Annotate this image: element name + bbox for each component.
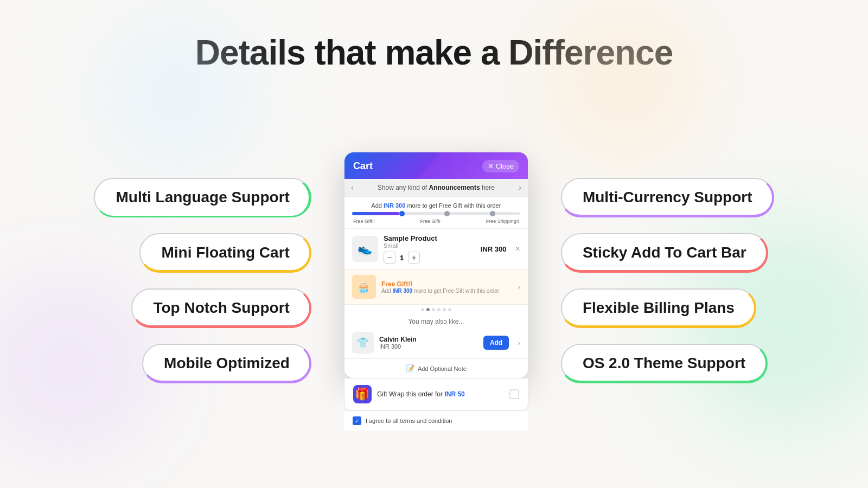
feature-pill-top-notch[interactable]: Top Notch Support <box>131 288 311 328</box>
cart-close-button[interactable]: ✕ Close <box>482 160 519 172</box>
dot-3 <box>432 308 435 311</box>
cart-item-details: Sample Product Small − 1 + <box>384 234 475 264</box>
feature-pill-mini-cart[interactable]: Mini Floating Cart <box>139 233 311 272</box>
cart-progress-section: Add INR 300 more to get Free Gift with t… <box>344 197 528 229</box>
dot-5 <box>443 308 446 311</box>
dot-1 <box>421 308 424 311</box>
cart-mockup-wrapper: Cart ✕ Close ‹ Show any kind of Announce… <box>344 152 528 431</box>
rec-product-details: Calvin Klein INR 300 <box>379 336 478 350</box>
announcements-next-arrow[interactable]: › <box>519 183 521 192</box>
progress-bar-fill <box>352 212 399 215</box>
progress-bar-container <box>352 212 520 215</box>
rec-add-button[interactable]: Add <box>483 336 509 350</box>
cart-item: 👟 Sample Product Small − 1 + INR 300 × <box>344 229 528 269</box>
left-features-group: Multi Language Support Mini Floating Car… <box>94 178 311 383</box>
cart-title: Cart <box>353 160 373 172</box>
cart-item-price: INR 300 <box>481 245 507 253</box>
progress-text: Add INR 300 more to get Free Gift with t… <box>352 202 520 209</box>
quantity-value: 1 <box>400 254 404 262</box>
rec-arrow[interactable]: › <box>518 338 520 347</box>
free-gift-image: 🧁 <box>352 275 376 299</box>
announcements-text: Show any kind of Announcements here <box>378 184 495 191</box>
rec-product-price: INR 300 <box>379 343 478 350</box>
cart-item-image: 👟 <box>352 236 378 262</box>
free-gift-title: Free Gift!! <box>381 280 512 288</box>
feature-pill-os-theme[interactable]: OS 2.0 Theme Support <box>561 344 767 383</box>
cart-item-variant: Small <box>384 242 475 249</box>
dots-separator <box>344 305 528 314</box>
note-icon: 📝 <box>406 364 414 373</box>
feature-pill-sticky-cart[interactable]: Sticky Add To Cart Bar <box>561 233 768 272</box>
progress-dot-3 <box>490 211 495 216</box>
dot-2 <box>426 308 430 311</box>
announcements-bar: ‹ Show any kind of Announcements here › <box>344 179 528 197</box>
quantity-controls: − 1 + <box>384 252 475 264</box>
rec-product-image: 👕 <box>352 332 374 354</box>
page-container: Details that make a Difference Multi Lan… <box>0 0 868 488</box>
dot-4 <box>437 308 441 311</box>
cart-item-name: Sample Product <box>384 234 475 242</box>
progress-dot-1 <box>399 211 405 216</box>
rec-product-name: Calvin Klein <box>379 336 478 343</box>
free-gift-section: 🧁 Free Gift!! Add INR 300 more to get Fr… <box>344 269 528 305</box>
dot-6 <box>448 308 451 311</box>
gift-wrap-checkbox[interactable] <box>509 389 519 399</box>
quantity-increase-button[interactable]: + <box>408 252 420 264</box>
gift-wrap-text: Gift Wrap this order for INR 50 <box>377 390 504 398</box>
you-may-like-label: You may also like... <box>344 314 528 328</box>
gift-wrap-section: 🎁 Gift Wrap this order for INR 50 <box>344 378 528 410</box>
gift-wrap-icon: 🎁 <box>353 385 372 403</box>
free-gift-arrow[interactable]: › <box>518 282 520 291</box>
feature-pill-mobile-opt[interactable]: Mobile Optimized <box>142 344 311 383</box>
product-recommendation: 👕 Calvin Klein INR 300 Add › <box>344 328 528 358</box>
terms-checkbox[interactable]: ✓ <box>353 416 361 425</box>
announcements-prev-arrow[interactable]: ‹ <box>351 183 354 192</box>
terms-text: I agree to all terms and condition <box>366 418 452 424</box>
right-features-group: Multi-Currency Support Sticky Add To Car… <box>561 178 774 383</box>
quantity-decrease-button[interactable]: − <box>384 252 395 264</box>
cart-item-remove-button[interactable]: × <box>515 244 520 254</box>
cart-ui: Cart ✕ Close ‹ Show any kind of Announce… <box>344 152 528 378</box>
terms-section: ✓ I agree to all terms and condition <box>344 410 528 431</box>
progress-dot-2 <box>444 211 450 216</box>
feature-pill-multi-lang[interactable]: Multi Language Support <box>94 178 311 217</box>
features-layout: Multi Language Support Mini Floating Car… <box>0 94 868 488</box>
page-title: Details that make a Difference <box>195 33 673 73</box>
note-label: Add Optional Note <box>418 365 467 372</box>
free-gift-description: Add INR 300 more to get Free Gift with t… <box>381 288 512 294</box>
feature-pill-flexible-billing[interactable]: Flexible Billing Plans <box>561 288 756 328</box>
add-optional-note[interactable]: 📝 Add Optional Note <box>344 358 528 378</box>
cart-header: Cart ✕ Close <box>344 152 528 179</box>
feature-pill-multi-currency[interactable]: Multi-Currency Support <box>561 178 774 217</box>
free-gift-details: Free Gift!! Add INR 300 more to get Free… <box>381 280 512 294</box>
progress-labels: Free Gift!! Free Gift! Free Shipping!! <box>352 219 520 224</box>
